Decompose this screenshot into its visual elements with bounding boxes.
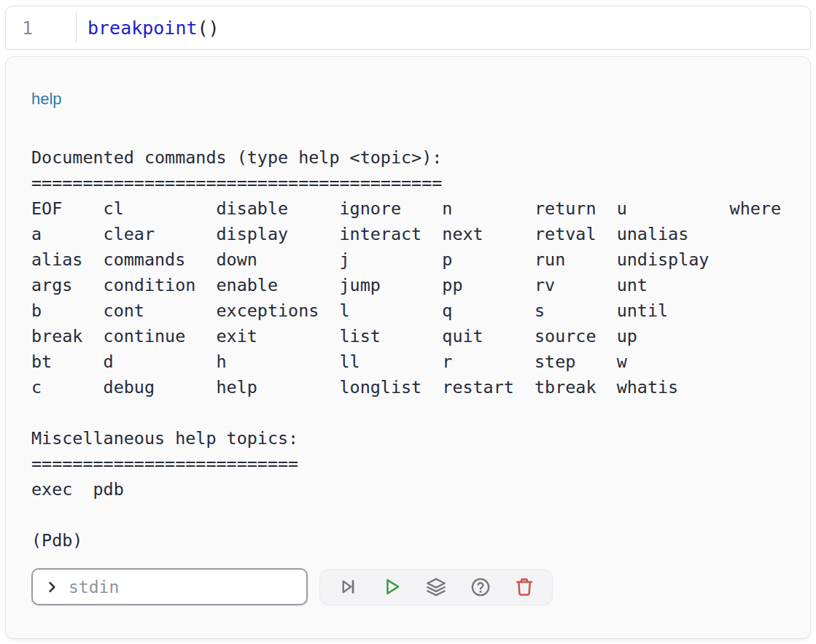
stdin-input[interactable]: [69, 578, 298, 597]
layers-icon: [426, 577, 446, 597]
code-builtin-token: breakpoint: [88, 18, 198, 39]
code-editor[interactable]: 1 breakpoint(): [5, 6, 811, 50]
play-icon: [381, 576, 403, 597]
code-line[interactable]: breakpoint(): [77, 18, 219, 39]
code-punctuation-token: (): [198, 18, 219, 39]
stack-button[interactable]: [421, 573, 451, 602]
run-button[interactable]: [378, 573, 407, 602]
trash-icon: [514, 577, 535, 597]
help-button[interactable]: [466, 573, 495, 602]
chevron-right-icon: [44, 580, 59, 594]
console-output-panel: help Documented commands (type help <top…: [5, 56, 811, 639]
debug-toolbar: [319, 569, 553, 605]
line-number-gutter: 1: [6, 7, 76, 49]
line-number: 1: [22, 18, 33, 39]
step-forward-icon: [338, 577, 358, 597]
step-forward-button[interactable]: [333, 573, 362, 602]
console-output-text: Documented commands (type help <topic>):…: [31, 145, 785, 554]
clear-output-button[interactable]: [510, 573, 539, 602]
question-circle-icon: [470, 577, 491, 597]
echoed-command: help: [31, 90, 785, 109]
stdin-input-wrapper[interactable]: [31, 568, 308, 605]
console-controls: [31, 568, 785, 605]
